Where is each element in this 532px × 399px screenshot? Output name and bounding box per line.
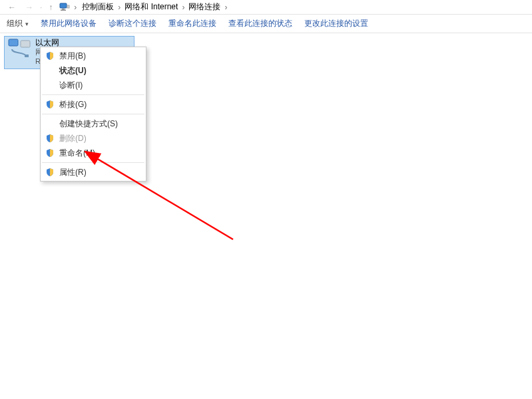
shield-icon: [45, 99, 55, 110]
toolbar-change-settings[interactable]: 更改此连接的设置: [304, 18, 368, 29]
breadcrumb-crumb[interactable]: 网络连接: [187, 1, 222, 13]
shield-icon: [45, 167, 55, 178]
svg-rect-4: [9, 39, 18, 46]
organize-button[interactable]: 组织 ▾: [7, 18, 29, 29]
chevron-right-icon: ›: [224, 3, 227, 12]
svg-rect-2: [61, 9, 66, 11]
svg-rect-3: [67, 5, 69, 8]
menu-separator: [42, 162, 144, 163]
svg-rect-6: [25, 55, 29, 57]
chevron-right-icon: ›: [182, 3, 184, 12]
adapter-name: 以太网: [35, 38, 59, 47]
menu-separator: [42, 114, 144, 114]
menu-separator: [42, 94, 144, 95]
menu-item-disable[interactable]: 禁用(B): [41, 49, 146, 63]
menu-label: 诊断(I): [59, 80, 83, 91]
menu-label: 删除(D): [59, 133, 87, 144]
toolbar-view-status[interactable]: 查看此连接的状态: [228, 18, 292, 29]
shield-icon: [45, 148, 55, 158]
toolbar: 组织 ▾ 禁用此网络设备 诊断这个连接 重命名此连接 查看此连接的状态 更改此连…: [0, 15, 532, 33]
menu-item-status[interactable]: 状态(U): [41, 63, 146, 78]
menu-label: 桥接(G): [59, 99, 87, 110]
menu-item-rename[interactable]: 重命名(M): [41, 146, 146, 160]
menu-item-properties[interactable]: 属性(R): [41, 165, 146, 180]
network-adapter-icon: [7, 38, 31, 58]
svg-rect-5: [21, 41, 30, 47]
nav-back-icon[interactable]: ←: [5, 3, 19, 12]
address-bar: ← → · ↑ › 控制面板 › 网络和 Internet › 网络连接 ›: [0, 0, 532, 15]
menu-label: 创建快捷方式(S): [59, 118, 118, 130]
blank-icon: [45, 65, 55, 76]
content-area: 以太网 网络 Re... 禁用(B) 状态(U) 诊断(I) 桥接(G): [0, 33, 532, 399]
menu-item-bridge[interactable]: 桥接(G): [41, 97, 146, 112]
breadcrumb: 控制面板 › 网络和 Internet › 网络连接 ›: [81, 1, 227, 13]
pc-icon: [59, 3, 70, 12]
nav-forward-icon[interactable]: →: [23, 3, 36, 12]
chevron-right-icon: ›: [118, 3, 121, 12]
chevron-right-icon: ›: [74, 3, 77, 12]
nav-up-icon[interactable]: ↑: [46, 3, 55, 12]
menu-item-diagnose[interactable]: 诊断(I): [41, 78, 146, 92]
shield-icon: [45, 133, 55, 144]
toolbar-disable-device[interactable]: 禁用此网络设备: [41, 18, 97, 29]
blank-icon: [45, 80, 55, 90]
blank-icon: [45, 118, 55, 129]
menu-label: 禁用(B): [59, 51, 86, 62]
svg-rect-1: [62, 9, 65, 10]
menu-item-create-shortcut[interactable]: 创建快捷方式(S): [41, 116, 146, 131]
context-menu: 禁用(B) 状态(U) 诊断(I) 桥接(G) 创建快捷方式(S) 删除(D): [40, 47, 146, 182]
organize-label: 组织: [7, 18, 23, 29]
svg-rect-0: [60, 3, 67, 8]
breadcrumb-crumb[interactable]: 网络和 Internet: [123, 1, 179, 13]
shield-icon: [45, 51, 55, 61]
menu-label: 重命名(M): [59, 148, 95, 159]
menu-item-delete: 删除(D): [41, 131, 146, 146]
menu-label: 状态(U): [59, 65, 87, 76]
breadcrumb-crumb[interactable]: 控制面板: [81, 1, 115, 13]
menu-label: 属性(R): [59, 167, 87, 178]
toolbar-rename[interactable]: 重命名此连接: [168, 18, 216, 29]
chevron-down-icon: ▾: [25, 21, 29, 27]
toolbar-diagnose[interactable]: 诊断这个连接: [109, 18, 156, 29]
nav-separator: ·: [40, 3, 42, 12]
